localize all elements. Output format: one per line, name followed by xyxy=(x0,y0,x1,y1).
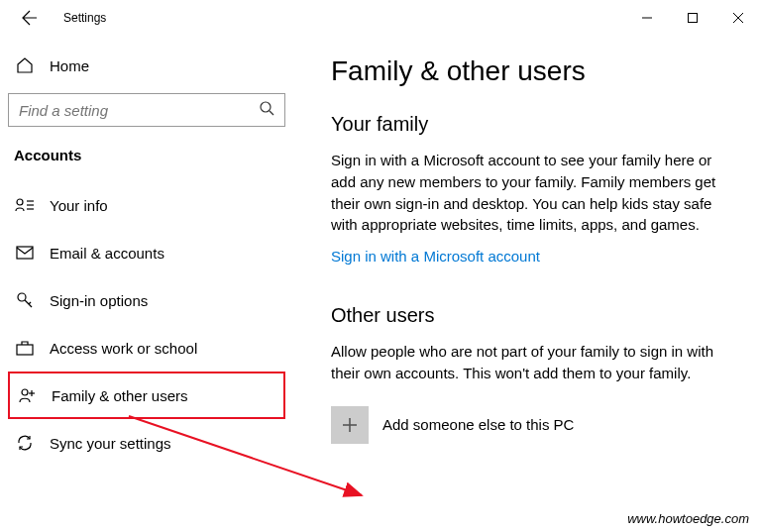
svg-point-11 xyxy=(18,293,26,301)
arrow-left-icon xyxy=(22,10,38,26)
sidebar-item-access-work-school[interactable]: Access work or school xyxy=(8,324,285,372)
maximize-button[interactable] xyxy=(670,0,715,36)
add-someone-label: Add someone else to this PC xyxy=(382,416,574,433)
sidebar-item-email-accounts[interactable]: Email & accounts xyxy=(8,229,285,276)
sidebar-home[interactable]: Home xyxy=(8,44,285,87)
minimize-icon xyxy=(641,12,653,24)
sidebar-category: Accounts xyxy=(8,143,285,177)
sidebar-item-label: Family & other users xyxy=(52,387,188,404)
svg-line-13 xyxy=(29,302,31,304)
svg-line-12 xyxy=(25,300,32,307)
sidebar-item-label: Your info xyxy=(50,197,108,214)
window-title: Settings xyxy=(63,11,106,25)
other-users-section-title: Other users xyxy=(331,304,739,327)
family-section-text: Sign in with a Microsoft account to see … xyxy=(331,150,739,236)
sidebar-home-label: Home xyxy=(50,57,89,74)
sidebar-item-your-info[interactable]: Your info xyxy=(8,181,285,229)
briefcase-icon xyxy=(14,337,36,359)
svg-rect-10 xyxy=(17,247,33,259)
person-card-icon xyxy=(14,194,36,216)
svg-point-4 xyxy=(261,102,271,112)
sidebar: Home Accounts Your info Email & accounts xyxy=(0,36,293,532)
sidebar-item-label: Sync your settings xyxy=(50,435,171,452)
key-icon xyxy=(14,289,36,311)
close-button[interactable] xyxy=(715,0,761,36)
sidebar-item-label: Sign-in options xyxy=(50,292,148,309)
back-button[interactable] xyxy=(18,6,42,30)
window-controls xyxy=(624,0,761,36)
svg-rect-1 xyxy=(689,14,698,23)
watermark: www.howtoedge.com xyxy=(627,511,749,526)
minimize-button[interactable] xyxy=(624,0,670,36)
other-users-section-text: Allow people who are not part of your fa… xyxy=(331,341,739,384)
search-box[interactable] xyxy=(8,93,285,127)
add-someone-button[interactable]: Add someone else to this PC xyxy=(331,406,739,444)
sidebar-item-label: Access work or school xyxy=(50,340,197,357)
close-icon xyxy=(732,12,744,24)
search-icon xyxy=(259,100,274,120)
svg-rect-14 xyxy=(17,345,33,355)
search-input[interactable] xyxy=(19,102,259,119)
people-plus-icon xyxy=(16,384,38,406)
family-section-title: Your family xyxy=(331,113,739,136)
sidebar-item-signin-options[interactable]: Sign-in options xyxy=(8,276,285,324)
svg-line-5 xyxy=(270,111,273,115)
plus-icon xyxy=(331,406,369,444)
main-panel: Family & other users Your family Sign in… xyxy=(293,36,761,532)
page-title: Family & other users xyxy=(331,55,739,87)
svg-point-6 xyxy=(17,199,23,205)
titlebar: Settings xyxy=(0,0,761,36)
sidebar-item-sync-settings[interactable]: Sync your settings xyxy=(8,419,285,467)
mail-icon xyxy=(14,242,36,264)
sync-icon xyxy=(14,432,36,454)
signin-microsoft-link[interactable]: Sign in with a Microsoft account xyxy=(331,248,540,265)
sidebar-item-label: Email & accounts xyxy=(50,245,164,262)
maximize-icon xyxy=(687,12,699,24)
sidebar-item-family-other-users[interactable]: Family & other users xyxy=(8,372,285,419)
home-icon xyxy=(14,54,36,76)
svg-point-15 xyxy=(22,389,28,395)
